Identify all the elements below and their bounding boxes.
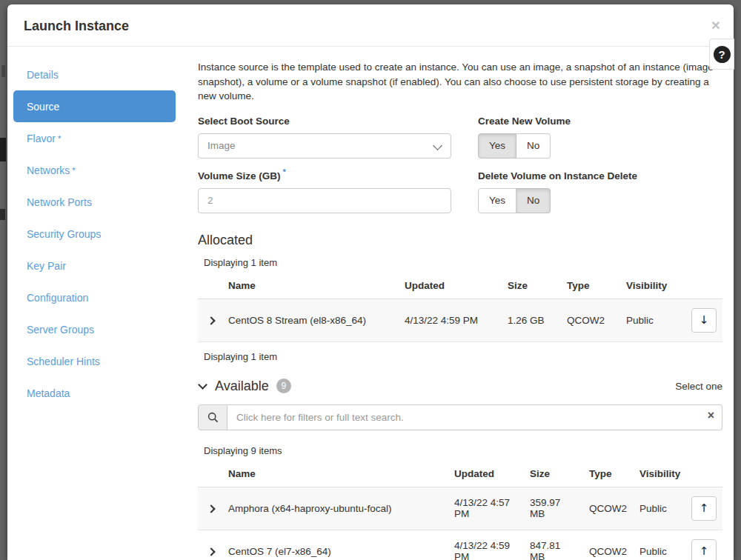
- select-one-hint: Select one: [675, 381, 722, 392]
- up-arrow-icon: ↑: [700, 544, 709, 558]
- column-header-name: Name: [222, 276, 399, 299]
- create-volume-no-button[interactable]: No: [516, 133, 551, 159]
- search-icon: [207, 412, 219, 423]
- expand-row-icon[interactable]: [207, 547, 215, 556]
- image-size: 847.81 MB: [524, 530, 583, 560]
- image-visibility: Public: [620, 299, 685, 341]
- column-header-type: Type: [583, 464, 634, 487]
- expand-row-icon[interactable]: [207, 504, 215, 513]
- image-type: QCOW2: [583, 530, 634, 560]
- search-addon: [198, 404, 227, 430]
- create-volume-field: Create New Volume Yes No: [478, 116, 722, 159]
- boot-source-label: Select Boot Source: [198, 116, 451, 127]
- delete-volume-label: Delete Volume on Instance Delete: [478, 170, 722, 181]
- delete-volume-toggle: Yes No: [478, 188, 551, 213]
- image-name: CentOS 7 (el7-x86_64): [222, 530, 448, 560]
- collapse-section-icon[interactable]: [198, 380, 207, 390]
- volume-size-field: Volume Size (GB)*: [198, 170, 451, 213]
- boot-source-select[interactable]: Image: [198, 133, 451, 159]
- modal-header: Launch Instance ×: [7, 4, 734, 47]
- image-updated: 4/13/22 4:57 PM: [448, 487, 524, 530]
- create-volume-label: Create New Volume: [478, 116, 722, 127]
- action-column: [685, 464, 722, 487]
- wizard-sidebar: Details Source Flavor* Networks* Network…: [7, 47, 198, 560]
- allocate-button[interactable]: ↑: [691, 496, 717, 521]
- image-type: QCOW2: [583, 487, 634, 530]
- column-header-visibility: Visibility: [620, 276, 685, 299]
- sidebar-item-configuration[interactable]: Configuration: [13, 281, 176, 313]
- table-row: CentOS 8 Stream (el8-x86_64) 4/13/22 4:5…: [198, 299, 722, 341]
- sidebar-item-scheduler-hints[interactable]: Scheduler Hints: [13, 345, 176, 377]
- column-header-updated: Updated: [399, 276, 502, 299]
- sidebar-item-network-ports[interactable]: Network Ports: [13, 186, 176, 218]
- modal-title: Launch Instance: [24, 19, 129, 33]
- available-heading: Available: [215, 379, 269, 394]
- table-row: CentOS 7 (el7-x86_64) 4/13/22 4:59 PM 84…: [198, 530, 722, 560]
- required-marker: *: [283, 167, 286, 176]
- boot-source-field: Select Boot Source Image: [198, 116, 451, 159]
- image-name: Amphora (x64-haproxy-ubuntu-focal): [222, 487, 448, 530]
- image-size: 359.97 MB: [524, 487, 583, 530]
- allocated-count-bottom: Displaying 1 item: [198, 351, 722, 362]
- create-volume-toggle: Yes No: [478, 133, 551, 159]
- source-panel: Instance source is the template used to …: [198, 47, 734, 560]
- table-row: Amphora (x64-haproxy-ubuntu-focal) 4/13/…: [198, 487, 722, 530]
- sidebar-item-source[interactable]: Source: [13, 90, 176, 122]
- sidebar-item-security-groups[interactable]: Security Groups: [13, 218, 176, 250]
- available-table: Name Updated Size Type Visibility Amphor…: [198, 464, 722, 560]
- volume-size-label: Volume Size (GB)*: [198, 170, 451, 181]
- clear-search-icon[interactable]: ×: [708, 410, 714, 421]
- help-icon: ?: [714, 46, 731, 63]
- column-header-updated: Updated: [448, 464, 524, 487]
- search-input[interactable]: [227, 404, 722, 430]
- sidebar-item-details[interactable]: Details: [13, 59, 176, 90]
- available-count-badge: 9: [276, 379, 291, 393]
- allocated-table: Name Updated Size Type Visibility CentOS…: [198, 276, 722, 342]
- close-icon[interactable]: ×: [711, 18, 720, 33]
- launch-instance-modal: Launch Instance × ? Details Source Flavo…: [7, 4, 734, 560]
- help-button[interactable]: ?: [709, 39, 734, 70]
- column-header-visibility: Visibility: [634, 464, 685, 487]
- column-header-size: Size: [524, 464, 583, 487]
- column-header-type: Type: [561, 276, 620, 299]
- filter-search-bar: ×: [198, 404, 722, 430]
- image-size: 1.26 GB: [502, 299, 561, 341]
- sidebar-item-networks[interactable]: Networks*: [13, 154, 176, 186]
- backdrop-artifact: [0, 209, 5, 220]
- allocated-heading: Allocated: [198, 233, 722, 248]
- sidebar-item-flavor[interactable]: Flavor*: [13, 122, 176, 154]
- image-visibility: Public: [634, 487, 685, 530]
- expand-row-icon[interactable]: [207, 316, 215, 324]
- available-header: Available 9 Select one: [198, 379, 722, 394]
- allocate-button[interactable]: ↑: [691, 539, 717, 560]
- delete-volume-no-button[interactable]: No: [516, 188, 551, 213]
- deallocate-button[interactable]: ↓: [691, 308, 717, 333]
- column-header-name: Name: [222, 464, 448, 487]
- create-volume-yes-button[interactable]: Yes: [478, 133, 516, 159]
- volume-size-input[interactable]: [198, 188, 451, 213]
- column-header-size: Size: [502, 276, 561, 299]
- sidebar-item-server-groups[interactable]: Server Groups: [13, 313, 176, 345]
- backdrop-artifact: [1, 65, 5, 77]
- image-name: CentOS 8 Stream (el8-x86_64): [222, 299, 399, 341]
- action-column: [685, 276, 722, 299]
- delete-volume-field: Delete Volume on Instance Delete Yes No: [478, 170, 722, 213]
- source-description: Instance source is the template used to …: [198, 60, 717, 104]
- allocated-count-top: Displaying 1 item: [198, 257, 722, 268]
- expander-column: [198, 276, 222, 299]
- delete-volume-yes-button[interactable]: Yes: [478, 188, 516, 213]
- image-updated: 4/13/22 4:59 PM: [448, 530, 524, 560]
- expander-column: [198, 464, 222, 487]
- image-updated: 4/13/22 4:59 PM: [399, 299, 502, 341]
- image-visibility: Public: [634, 530, 685, 560]
- backdrop-artifact: [0, 138, 6, 161]
- down-arrow-icon: ↓: [700, 313, 709, 327]
- available-count: Displaying 9 items: [198, 445, 722, 456]
- sidebar-item-key-pair[interactable]: Key Pair: [13, 250, 176, 281]
- up-arrow-icon: ↑: [700, 501, 709, 515]
- sidebar-item-metadata[interactable]: Metadata: [13, 377, 176, 409]
- image-type: QCOW2: [561, 299, 620, 341]
